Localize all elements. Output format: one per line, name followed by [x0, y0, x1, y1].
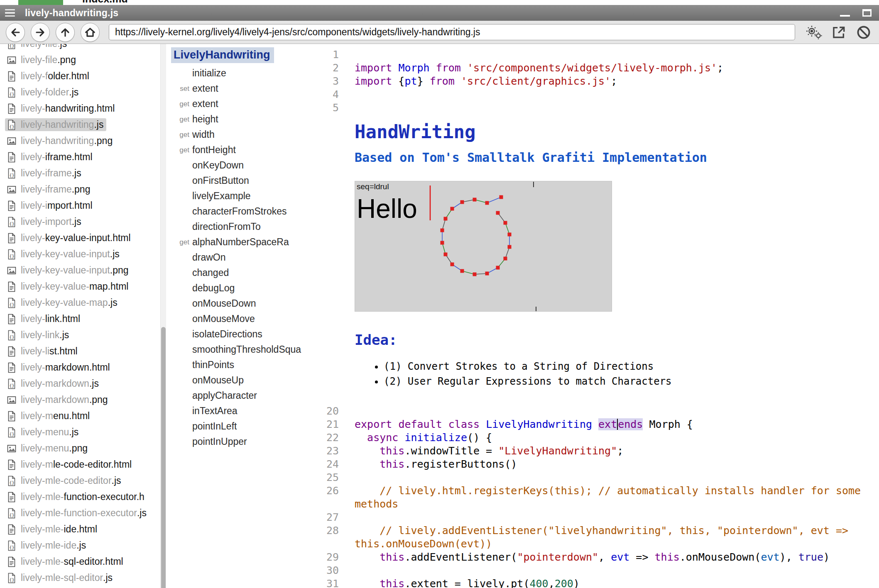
- block-button[interactable]: [854, 23, 873, 42]
- minimize-button[interactable]: [840, 15, 850, 17]
- outline-method-item[interactable]: smoothingThresholdSqua: [169, 342, 304, 357]
- png-file-icon: [6, 184, 17, 195]
- file-list-item[interactable]: lively-key-value-map.html: [0, 278, 166, 295]
- file-list-item[interactable]: {}lively-file.js: [0, 44, 166, 52]
- code-line-content[interactable]: async initialize() {: [355, 431, 879, 444]
- code-line-content[interactable]: HandWritingBased on Tom's Smalltalk Graf…: [355, 115, 879, 405]
- code-line-content[interactable]: this.registerButtons(): [355, 458, 879, 471]
- outline-method-item[interactable]: changed: [169, 265, 304, 281]
- html-file-icon: [6, 152, 17, 163]
- file-list-item[interactable]: {}lively-handwriting.js: [0, 117, 166, 133]
- file-list-item[interactable]: {}lively-mle-ide.js: [0, 537, 166, 554]
- file-list-item[interactable]: {}lively-key-value-input.js: [0, 246, 166, 262]
- file-list-item[interactable]: lively-handwriting.png: [0, 133, 166, 149]
- background-tab-label[interactable]: index.md: [82, 0, 128, 5]
- file-list-scrollbar[interactable]: [160, 44, 166, 588]
- file-list-item[interactable]: lively-markdown.png: [0, 392, 166, 408]
- outline-method-item[interactable]: onMouseMove: [169, 311, 304, 327]
- outline-method-item[interactable]: getalphaNumberSpaceRa: [169, 234, 304, 250]
- outline-method-item[interactable]: isolateDirections: [169, 327, 304, 342]
- code-line-content[interactable]: this.addEventListener("pointerdown", evt…: [355, 551, 879, 564]
- maximize-button[interactable]: [862, 9, 872, 17]
- outline-method-item[interactable]: initialize: [169, 66, 304, 81]
- outline-method-item[interactable]: debugLog: [169, 281, 304, 296]
- outline-method-item[interactable]: getwidth: [169, 127, 304, 142]
- outline-method-item[interactable]: onMouseDown: [169, 296, 304, 311]
- file-list-item[interactable]: lively-mle-ide.html: [0, 521, 166, 537]
- outline-method-item[interactable]: inTextArea: [169, 403, 304, 419]
- outline-method-item[interactable]: setextent: [169, 81, 304, 96]
- window-menu-icon[interactable]: [5, 9, 15, 17]
- home-button[interactable]: [81, 23, 100, 42]
- outline-method-item[interactable]: pointInLeft: [169, 419, 304, 434]
- outline-method-item[interactable]: onMouseUp: [169, 373, 304, 388]
- code-token: ;: [717, 62, 723, 74]
- code-line-content[interactable]: this.extent = lively.pt(400,200): [355, 577, 879, 588]
- file-list-item[interactable]: {}lively-link.js: [0, 327, 166, 343]
- file-list-item[interactable]: {}lively-mle-function-executor.js: [0, 505, 166, 521]
- code-line-content[interactable]: [355, 101, 879, 115]
- file-list-item[interactable]: {}lively-menu.js: [0, 424, 166, 440]
- window-titlebar[interactable]: lively-handwriting.js: [0, 5, 879, 21]
- code-line-content[interactable]: [355, 511, 879, 524]
- handwriting-drawing-canvas[interactable]: seq=ldrulHello: [355, 181, 612, 312]
- code-line-content[interactable]: export default class LivelyHandwriting e…: [355, 418, 879, 431]
- file-list-item[interactable]: {}lively-import.js: [0, 214, 166, 230]
- outline-method-item[interactable]: characterFromStrokes: [169, 204, 304, 219]
- file-list-item[interactable]: lively-menu.html: [0, 408, 166, 424]
- code-line-content[interactable]: // lively.html.registerKeys(this); // au…: [355, 484, 879, 511]
- file-list-item[interactable]: {}lively-mle-sql-editor.js: [0, 570, 166, 586]
- file-list-item[interactable]: lively-folder.html: [0, 68, 166, 84]
- outline-method-item[interactable]: onFirstButton: [169, 173, 304, 188]
- back-button[interactable]: [6, 23, 25, 42]
- file-list-item[interactable]: lively-link.html: [0, 311, 166, 327]
- file-list-item[interactable]: {}lively-markdown.js: [0, 376, 166, 392]
- outline-method-item[interactable]: drawOn: [169, 250, 304, 265]
- outline-method-item[interactable]: applyCharacter: [169, 388, 304, 403]
- file-list-item[interactable]: lively-key-value-input.png: [0, 262, 166, 278]
- svg-text:{}: {}: [10, 334, 15, 339]
- outline-method-item[interactable]: livelyExample: [169, 188, 304, 204]
- url-input[interactable]: [109, 24, 795, 40]
- file-list-item[interactable]: lively-menu.png: [0, 440, 166, 456]
- code-line-content[interactable]: [355, 405, 879, 418]
- code-line-content[interactable]: import Morph from 'src/components/widget…: [355, 61, 879, 75]
- code-line-content[interactable]: [355, 48, 879, 61]
- file-list-item[interactable]: lively-mle-function-executor.h: [0, 489, 166, 505]
- file-list-item[interactable]: lively-mle-sql-editor.html: [0, 554, 166, 570]
- file-list-item[interactable]: {}lively-iframe.js: [0, 165, 166, 181]
- file-list-item[interactable]: lively-file.png: [0, 52, 166, 68]
- code-token: ,: [548, 578, 555, 588]
- file-list-scrollbar-thumb[interactable]: [161, 327, 166, 588]
- outline-method-item[interactable]: onKeyDown: [169, 158, 304, 173]
- file-list-item[interactable]: {}lively-key-value-map.js: [0, 295, 166, 311]
- open-external-button[interactable]: [829, 23, 848, 42]
- code-line-content[interactable]: [355, 471, 879, 484]
- outline-class-item[interactable]: LivelyHandwriting: [171, 47, 274, 63]
- file-list-item[interactable]: lively-list.html: [0, 343, 166, 359]
- up-button[interactable]: [56, 23, 75, 42]
- code-line-content[interactable]: this.windowTitle = "LivelyHandwriting";: [355, 444, 879, 458]
- forward-button[interactable]: [31, 23, 50, 42]
- file-list-item[interactable]: lively-handwriting.html: [0, 100, 166, 117]
- outline-method-item[interactable]: getheight: [169, 112, 304, 127]
- file-list-item[interactable]: lively-iframe.png: [0, 181, 166, 198]
- outline-method-item[interactable]: getfontHeight: [169, 142, 304, 158]
- file-list-item[interactable]: {}lively-mle-code-editor.js: [0, 473, 166, 489]
- file-list-item[interactable]: lively-iframe.html: [0, 149, 166, 165]
- outline-method-item[interactable]: thinPoints: [169, 357, 304, 373]
- code-line-content[interactable]: [355, 564, 879, 577]
- file-list-item[interactable]: lively-markdown.html: [0, 359, 166, 376]
- outline-method-item[interactable]: pointInUpper: [169, 434, 304, 449]
- file-list-item[interactable]: lively-mle-code-editor.html: [0, 456, 166, 473]
- outline-method-item[interactable]: directionFromTo: [169, 219, 304, 234]
- code-line-content[interactable]: import {pt} from 'src/client/graphics.js…: [355, 75, 879, 88]
- outline-method-item[interactable]: getextent: [169, 96, 304, 112]
- settings-button[interactable]: [804, 23, 823, 42]
- file-list-item[interactable]: {}lively-folder.js: [0, 84, 166, 100]
- code-line-content[interactable]: [355, 88, 879, 101]
- file-list-item[interactable]: lively-import.html: [0, 198, 166, 214]
- code-line-content[interactable]: // lively.addEventListener("livelyhandwr…: [355, 524, 879, 551]
- code-editor[interactable]: 12import Morph from 'src/components/widg…: [304, 44, 879, 588]
- file-list-item[interactable]: lively-key-value-input.html: [0, 230, 166, 246]
